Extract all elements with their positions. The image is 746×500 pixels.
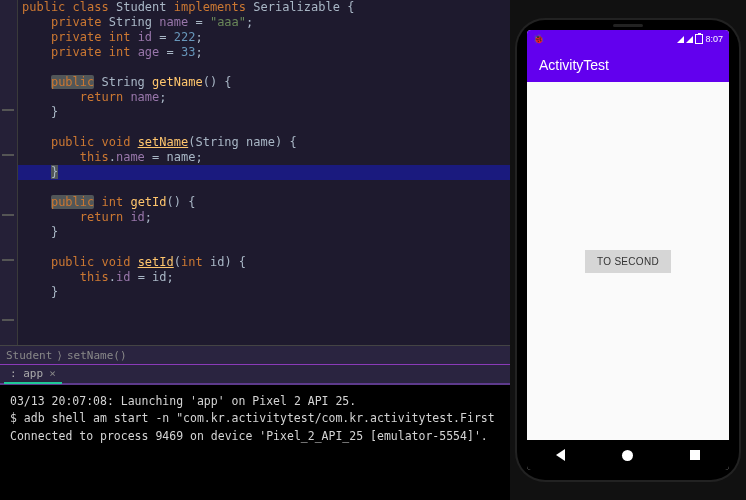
code-line[interactable]: this.name = name; xyxy=(18,150,510,165)
code-line[interactable] xyxy=(18,120,510,135)
app-content: TO SECOND xyxy=(527,82,729,440)
code-line[interactable]: private int id = 222; xyxy=(18,30,510,45)
code-line[interactable]: return name; xyxy=(18,90,510,105)
app-title: ActivityTest xyxy=(539,57,609,73)
code-line[interactable]: public int getId() { xyxy=(18,195,510,210)
code-line[interactable]: private int age = 33; xyxy=(18,45,510,60)
nav-home-icon[interactable] xyxy=(622,450,633,461)
close-icon[interactable]: × xyxy=(49,367,56,380)
tab-label: : app xyxy=(10,367,43,380)
code-line[interactable]: public class Student implements Serializ… xyxy=(18,0,510,15)
breadcrumb[interactable]: Student ⟩ setName() xyxy=(0,345,510,365)
editor-gutter xyxy=(0,0,18,345)
code-line[interactable] xyxy=(18,180,510,195)
code-line[interactable]: public void setId(int id) { xyxy=(18,255,510,270)
code-line[interactable] xyxy=(18,240,510,255)
signal-icon xyxy=(686,36,693,43)
tab-app[interactable]: : app × xyxy=(4,365,62,384)
phone-speaker xyxy=(613,24,643,27)
console-line: Connected to process 9469 on device 'Pix… xyxy=(10,428,500,445)
console-line: $ adb shell am start -n "com.kr.activity… xyxy=(10,410,500,427)
console-tab-bar: : app × xyxy=(0,365,510,385)
app-bar: ActivityTest xyxy=(527,48,729,82)
code-line[interactable]: } xyxy=(18,225,510,240)
nav-bar xyxy=(527,440,729,470)
nav-back-icon[interactable] xyxy=(556,449,565,461)
debug-icon: 🐞 xyxy=(533,34,544,44)
ide-panel: public class Student implements Serializ… xyxy=(0,0,510,500)
code-line[interactable]: return id; xyxy=(18,210,510,225)
breadcrumb-class[interactable]: Student xyxy=(6,349,52,362)
code-line[interactable]: } xyxy=(18,285,510,300)
to-second-button[interactable]: TO SECOND xyxy=(585,250,671,273)
clock: 8:07 xyxy=(705,34,723,44)
nav-recent-icon[interactable] xyxy=(690,450,700,460)
code-line[interactable]: } xyxy=(18,105,510,120)
code-line[interactable]: private String name = "aaa"; xyxy=(18,15,510,30)
battery-icon xyxy=(695,34,703,44)
phone-frame: 🐞 8:07 ActivityTest TO SECOND xyxy=(517,20,739,480)
status-bar: 🐞 8:07 xyxy=(527,30,729,48)
code-line-cursor[interactable]: } xyxy=(18,165,510,180)
breadcrumb-sep: ⟩ xyxy=(56,349,63,362)
code-line[interactable]: public String getName() { xyxy=(18,75,510,90)
console-line: 03/13 20:07:08: Launching 'app' on Pixel… xyxy=(10,393,500,410)
signal-icon xyxy=(677,36,684,43)
code-editor[interactable]: public class Student implements Serializ… xyxy=(0,0,510,345)
code-line[interactable] xyxy=(18,60,510,75)
code-line[interactable]: public void setName(String name) { xyxy=(18,135,510,150)
code-line[interactable]: this.id = id; xyxy=(18,270,510,285)
run-console[interactable]: 03/13 20:07:08: Launching 'app' on Pixel… xyxy=(0,385,510,500)
phone-screen[interactable]: 🐞 8:07 ActivityTest TO SECOND xyxy=(527,30,729,470)
breadcrumb-method[interactable]: setName() xyxy=(67,349,127,362)
emulator-panel: 🐞 8:07 ActivityTest TO SECOND xyxy=(510,0,746,500)
